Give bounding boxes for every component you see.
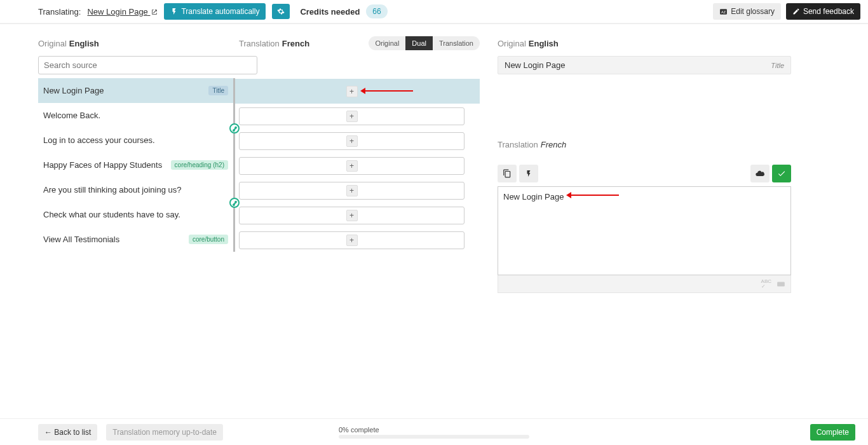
original-text-box: New Login Page Title <box>498 56 791 74</box>
search-source-input[interactable] <box>38 56 257 74</box>
add-translation-button[interactable]: + <box>346 86 358 97</box>
link-badge-icon <box>229 198 240 208</box>
edit-glossary-label: Edit glossary <box>731 7 775 16</box>
annotation-arrow <box>568 195 619 196</box>
translation-row[interactable]: + <box>235 153 480 178</box>
pencil-icon <box>792 8 800 15</box>
copy-source-button[interactable] <box>498 165 517 182</box>
detail-translation-label: Translation <box>498 140 538 149</box>
complete-button[interactable]: Complete <box>810 424 855 441</box>
add-translation-button[interactable]: + <box>346 235 358 246</box>
translation-editor[interactable]: New Login Page <box>498 186 791 275</box>
svg-text:AZ: AZ <box>721 10 726 13</box>
row-type-tag: core/button <box>189 235 228 244</box>
translate-auto-label: Translate automatically <box>181 7 259 16</box>
link-badge-icon <box>229 123 240 134</box>
copy-icon <box>503 169 512 178</box>
progress-bar <box>339 435 529 439</box>
translation-header: Translation French Original Dual Transla… <box>235 31 480 56</box>
check-icon <box>777 169 786 178</box>
svg-rect-2 <box>777 282 785 286</box>
translation-column: Translation French Original Dual Transla… <box>235 31 486 418</box>
cloud-icon <box>755 168 765 179</box>
external-link-icon <box>151 9 158 15</box>
translation-row[interactable]: + <box>235 79 480 104</box>
back-to-list-button[interactable]: ← Back to list <box>38 424 97 441</box>
source-text: Welcome Back. <box>43 111 100 120</box>
translation-row[interactable]: + <box>235 178 480 203</box>
translation-rows: + + + + + <box>235 79 480 252</box>
add-translation-button[interactable]: + <box>346 111 358 122</box>
original-lang: English <box>69 39 99 48</box>
add-translation-button[interactable]: + <box>346 210 358 221</box>
translation-editor-text: New Login Page <box>503 192 564 202</box>
row-type-tag: Title <box>208 86 228 95</box>
translation-memory-status[interactable]: Translation memory up-to-date <box>106 424 223 441</box>
source-row[interactable]: Are you still thinking about joining us? <box>38 177 235 202</box>
source-row[interactable]: Check what our students have to say. <box>38 202 235 227</box>
source-row[interactable]: Welcome Back. <box>38 103 235 128</box>
source-text: View All Testimonials <box>43 235 119 244</box>
editor-toolbar <box>498 165 791 182</box>
send-feedback-label: Send feedback <box>803 7 854 16</box>
translation-row[interactable]: + <box>235 228 480 252</box>
translation-row[interactable]: + <box>235 203 480 228</box>
spellcheck-icon[interactable]: ABC✓ <box>761 279 771 289</box>
translation-row[interactable]: + <box>235 104 480 128</box>
source-text: Happy Faces of Happy Students <box>43 160 162 170</box>
spacer <box>498 74 791 132</box>
top-bar: Translating: New Login Page Translate au… <box>0 0 868 23</box>
source-row[interactable]: New Login Page Title <box>38 78 235 103</box>
detail-type-tag: Title <box>771 62 784 69</box>
translating-label: Translating: <box>38 7 81 17</box>
detail-panel: Original English New Login Page Title Tr… <box>486 31 804 418</box>
original-label: Original <box>38 39 67 48</box>
add-translation-button[interactable]: + <box>346 160 358 172</box>
credits-needed-label: Credits needed <box>300 7 360 17</box>
translating-link-text: New Login Page <box>87 7 147 17</box>
glossary-icon: AZ <box>719 8 728 16</box>
detail-original-lang: English <box>529 39 559 48</box>
source-header: Original English <box>38 31 235 56</box>
cloud-button[interactable] <box>750 165 770 182</box>
translation-lang: French <box>282 39 309 48</box>
settings-button[interactable] <box>272 4 290 19</box>
translation-label: Translation <box>239 39 280 48</box>
source-text: New Login Page <box>43 86 104 95</box>
detail-translation-header: Translation French <box>498 132 791 157</box>
translating-page-link[interactable]: New Login Page <box>87 7 158 17</box>
editor-footer: ABC✓ <box>498 275 791 293</box>
add-translation-button[interactable]: + <box>346 185 358 196</box>
auto-translate-button[interactable] <box>519 165 538 182</box>
send-feedback-button[interactable]: Send feedback <box>786 3 860 20</box>
view-original[interactable]: Original <box>369 36 405 50</box>
detail-original-label: Original <box>498 39 526 48</box>
source-text: Check what our students have to say. <box>43 210 180 219</box>
view-translation[interactable]: Translation <box>433 36 480 50</box>
translation-row[interactable]: + <box>235 128 480 153</box>
bolt-icon <box>170 8 178 15</box>
detail-original-text: New Login Page <box>505 60 565 70</box>
source-text: Log in to access your courses. <box>43 135 155 145</box>
source-column: Original English New Login Page Title We… <box>0 31 235 418</box>
view-toggle: Original Dual Translation <box>369 36 480 50</box>
translation-rows-wrapper: + + + + + <box>235 56 480 252</box>
detail-original-header: Original English <box>498 31 791 56</box>
source-row[interactable]: View All Testimonials core/button <box>38 227 235 252</box>
source-row[interactable]: Happy Faces of Happy Students core/headi… <box>38 153 235 177</box>
bottom-bar: ← Back to list Translation memory up-to-… <box>0 418 868 445</box>
progress: 0% complete <box>339 426 529 439</box>
keyboard-icon[interactable] <box>776 280 785 289</box>
progress-label: 0% complete <box>339 426 379 434</box>
credits-count: 66 <box>366 4 387 18</box>
view-dual[interactable]: Dual <box>405 36 433 50</box>
translate-automatically-button[interactable]: Translate automatically <box>164 3 266 20</box>
source-row[interactable]: Log in to access your courses. <box>38 128 235 153</box>
top-right-buttons: AZ Edit glossary Send feedback <box>713 3 860 20</box>
main-area: Original English New Login Page Title We… <box>0 24 868 418</box>
row-type-tag: core/heading (h2) <box>171 160 228 170</box>
add-translation-button[interactable]: + <box>346 135 358 147</box>
edit-glossary-button[interactable]: AZ Edit glossary <box>713 3 781 20</box>
confirm-button[interactable] <box>772 165 791 182</box>
detail-translation-lang: French <box>541 140 566 149</box>
